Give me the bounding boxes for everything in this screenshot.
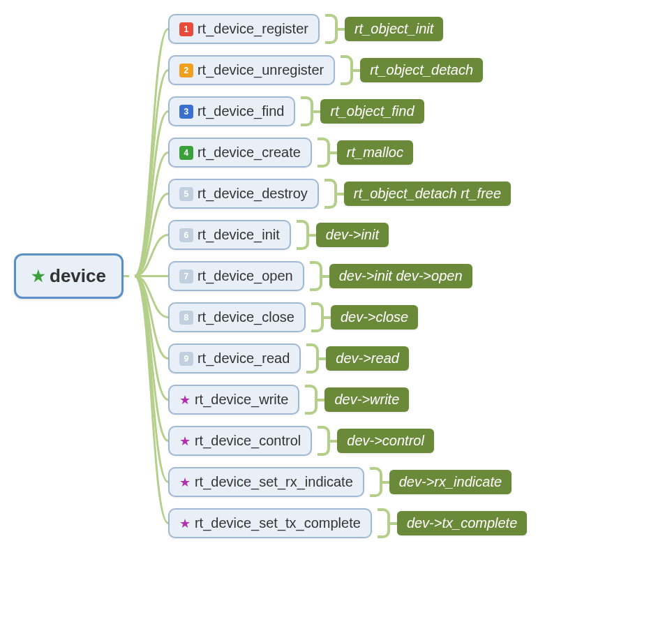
tag-box[interactable]: rt_object_init [345,17,443,41]
child-label: rt_device_set_rx_indicate [195,474,353,490]
bracket-connector [306,343,319,373]
child-node[interactable]: 6rt_device_init [168,220,291,250]
number-badge: 6 [179,228,193,242]
child-label: rt_device_find [197,103,285,119]
number-badge: 7 [179,269,193,283]
child-node[interactable]: 5rt_device_destroy [168,179,319,209]
tag-box[interactable]: rt_object_detach rt_free [344,182,511,206]
bracket-connector [324,179,337,209]
star-icon: ★ [179,475,191,490]
child-label: rt_device_write [195,392,289,408]
tag-box[interactable]: dev->init dev->open [329,264,472,288]
child-node[interactable]: ★rt_device_set_tx_complete [168,508,372,538]
star-icon: ★ [179,434,191,449]
child-row: ★rt_device_writedev->write [168,385,527,415]
bracket-connector [370,467,382,497]
child-row: 7rt_device_opendev->init dev->open [168,261,527,291]
child-row: 3rt_device_findrt_object_find [168,96,527,126]
child-row: ★rt_device_set_tx_completedev->tx_comple… [168,508,527,538]
bracket-connector [297,220,309,250]
child-node[interactable]: 4rt_device_create [168,138,312,168]
child-node[interactable]: 2rt_device_unregister [168,55,335,85]
number-badge: 4 [179,146,193,160]
bracket-connector [305,385,318,415]
child-label: rt_device_init [197,227,280,243]
tag-box[interactable]: dev->write [324,387,409,412]
child-row: ★rt_device_controldev->control [168,426,527,456]
number-badge: 2 [179,64,193,77]
bracket-connector [325,14,338,44]
root-label: device [50,265,106,287]
child-node[interactable]: 8rt_device_close [168,302,306,332]
child-row: 2rt_device_unregisterrt_object_detach [168,55,527,85]
child-label: rt_device_set_tx_complete [195,515,361,531]
tag-box[interactable]: dev->close [331,305,418,330]
child-node[interactable]: 1rt_device_register [168,14,320,44]
child-label: rt_device_open [197,268,293,284]
number-badge: 9 [179,352,193,366]
child-node[interactable]: ★rt_device_set_rx_indicate [168,467,364,497]
root-connector [124,275,129,277]
star-icon: ★ [179,516,191,531]
child-node[interactable]: ★rt_device_control [168,426,312,456]
child-label: rt_device_control [195,433,301,449]
number-badge: 8 [179,311,193,325]
tag-box[interactable]: dev->control [337,429,434,453]
child-label: rt_device_read [197,350,290,367]
child-label: rt_device_unregister [197,62,324,78]
root-node[interactable]: ★ device [14,253,124,299]
tag-box[interactable]: rt_object_detach [360,58,483,82]
child-node[interactable]: 9rt_device_read [168,343,301,373]
star-icon: ★ [179,392,191,408]
number-badge: 5 [179,187,193,201]
bracket-connector [318,426,330,456]
connector-lines [135,14,168,538]
child-row: 6rt_device_initdev->init [168,220,527,250]
bracket-connector [341,55,353,85]
child-label: rt_device_create [197,145,301,161]
child-node[interactable]: 7rt_device_open [168,261,304,291]
child-label: rt_device_register [197,21,308,37]
child-node[interactable]: 3rt_device_find [168,96,296,126]
child-row: 5rt_device_destroyrt_object_detach rt_fr… [168,179,527,209]
tag-box[interactable]: rt_malloc [337,140,413,165]
child-row: 8rt_device_closedev->close [168,302,527,332]
bracket-connector [318,138,330,168]
child-row: 4rt_device_creatert_malloc [168,138,527,168]
tag-box[interactable]: rt_object_find [320,99,424,124]
child-label: rt_device_destroy [197,186,308,202]
child-row: 1rt_device_registerrt_object_init [168,14,527,44]
bracket-connector [310,261,322,291]
child-row: 9rt_device_readdev->read [168,343,527,373]
star-icon: ★ [31,267,45,286]
tag-box[interactable]: dev->rx_indicate [389,470,512,494]
mindmap-root: ★ device 1rt_device_registerrt_object_in… [14,14,658,538]
child-node[interactable]: ★rt_device_write [168,385,300,415]
tag-box[interactable]: dev->init [316,223,389,247]
tag-box[interactable]: dev->read [326,346,409,371]
bracket-connector [311,302,324,332]
children-container: 1rt_device_registerrt_object_init2rt_dev… [135,14,527,538]
child-label: rt_device_close [197,309,294,325]
bracket-connector [301,96,313,126]
bracket-connector [378,508,390,538]
tag-box[interactable]: dev->tx_complete [397,511,527,535]
number-badge: 3 [179,105,193,119]
child-row: ★rt_device_set_rx_indicatedev->rx_indica… [168,467,527,497]
number-badge: 1 [179,22,193,36]
